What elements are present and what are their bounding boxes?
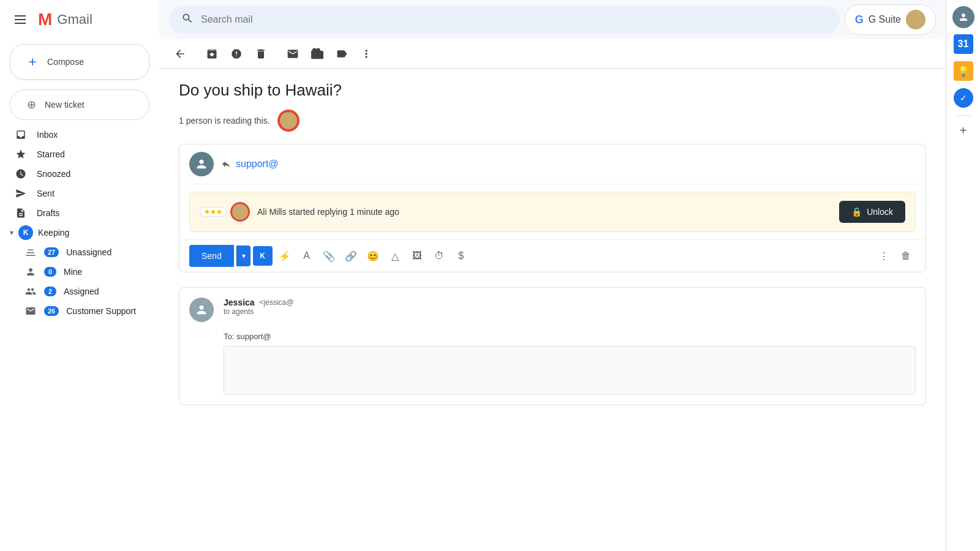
keeping-section-header[interactable]: ▾ K Keeping: [0, 223, 159, 242]
gmail-logo: M Gmail: [38, 10, 92, 29]
reply-avatar: [189, 152, 214, 176]
attach-button[interactable]: 📎: [319, 246, 339, 266]
unassigned-icon: [24, 246, 37, 258]
reply-header: support@: [179, 144, 925, 184]
add-app-button[interactable]: +: [954, 121, 973, 140]
timer-button[interactable]: ⏱: [429, 246, 449, 266]
sidebar-item-mine[interactable]: 0 Mine: [0, 262, 149, 282]
right-sidebar: 31 💡 ✓ +: [946, 0, 980, 551]
reply-box: support@ Ali Mills started replying 1 mi…: [179, 144, 926, 272]
profile-avatar: [952, 6, 974, 28]
label-button[interactable]: [331, 43, 353, 65]
unassigned-label: Unassigned: [66, 247, 140, 257]
sidebar-item-sent[interactable]: Sent: [0, 184, 149, 203]
user-profile-icon[interactable]: [951, 5, 976, 29]
typing-indicator: [200, 202, 250, 222]
mine-label: Mine: [64, 267, 140, 277]
sidebar-item-inbox[interactable]: Inbox: [0, 125, 149, 144]
sidebar-item-drafts[interactable]: Drafts: [0, 203, 149, 223]
gmail-text: Gmail: [57, 12, 92, 28]
inbox-label: Inbox: [37, 130, 140, 140]
back-button[interactable]: [169, 43, 191, 65]
drafts-label: Drafts: [37, 208, 140, 218]
email-message: Jessica <jessica@ to agents To: support@: [179, 287, 926, 405]
reader-avatar-inner: [280, 112, 297, 129]
message-content-area: [224, 346, 916, 395]
sidebar-item-starred[interactable]: Starred: [0, 144, 149, 164]
message-info: Jessica <jessica@ to agents: [224, 298, 916, 316]
drive-button[interactable]: △: [385, 246, 405, 266]
sender-name: Jessica: [224, 298, 255, 307]
sidebar-item-customer-support[interactable]: 26 Customer Support: [0, 301, 149, 321]
move-button[interactable]: [306, 43, 328, 65]
reader-avatar: [277, 110, 300, 132]
delete-button[interactable]: [250, 43, 272, 65]
gsuite-label: G Suite: [869, 14, 901, 25]
email-view: Do you ship to Hawaii? 1 person is readi…: [159, 69, 946, 551]
compose-plus-icon: [25, 54, 40, 69]
calendar-badge: 31: [954, 34, 973, 54]
sidebar-top: M Gmail: [0, 5, 159, 39]
typing-notice: Ali Mills started replying 1 minute ago …: [189, 192, 916, 232]
compose-button[interactable]: Compose: [10, 44, 149, 80]
unlock-button[interactable]: 🔒 Unlock: [839, 201, 905, 223]
email-subject: Do you ship to Hawaii?: [179, 81, 926, 100]
right-sidebar-divider: [956, 115, 971, 116]
dot-1: [205, 210, 209, 214]
dollar-button[interactable]: $: [451, 246, 471, 266]
search-input[interactable]: [201, 14, 827, 25]
message-header: Jessica <jessica@ to agents: [179, 288, 925, 332]
calendar-icon[interactable]: 31: [951, 32, 976, 56]
inbox-icon: [15, 129, 27, 141]
unlock-label: Unlock: [867, 207, 893, 217]
emoji-button[interactable]: 😊: [363, 246, 383, 266]
customer-support-label: Customer Support: [66, 306, 140, 316]
new-ticket-button[interactable]: ⊕ New ticket: [10, 89, 149, 120]
hamburger-button[interactable]: [10, 10, 31, 29]
bolt-button[interactable]: ⚡: [275, 246, 295, 266]
topbar: G G Suite: [159, 0, 946, 39]
lock-icon: 🔒: [851, 207, 862, 217]
typer-avatar-inner: [232, 204, 248, 220]
more-compose-options-button[interactable]: ⋮: [874, 246, 894, 266]
reply-to-email: support@: [236, 159, 279, 170]
discard-button[interactable]: 🗑: [896, 246, 916, 266]
keep-icon[interactable]: 💡: [951, 59, 976, 83]
tasks-badge: ✓: [954, 88, 973, 108]
mark-unread-button[interactable]: [282, 43, 304, 65]
format-text-button[interactable]: A: [297, 246, 317, 266]
more-options-button[interactable]: [355, 43, 377, 65]
reply-to-area: support@: [221, 159, 916, 170]
new-ticket-label: New ticket: [45, 100, 85, 110]
keeping-compose-button[interactable]: K: [253, 246, 273, 266]
message-to: to agents: [224, 307, 916, 316]
send-dropdown-button[interactable]: ▾: [236, 246, 251, 266]
keeping-badge: 💡: [954, 61, 973, 81]
reading-bar: 1 person is reading this.: [179, 110, 926, 132]
sidebar-item-assigned[interactable]: 2 Assigned: [0, 282, 149, 301]
snoozed-icon: [15, 168, 27, 180]
archive-button[interactable]: [201, 43, 223, 65]
starred-icon: [15, 148, 27, 160]
g-suite-g-logo: G: [855, 13, 864, 26]
search-icon: [181, 12, 194, 28]
reply-toolbar: Send ▾ K ⚡ A 📎 🔗 😊 △ 🖼 ⏱ $ ⋮ 🗑: [179, 239, 925, 272]
spam-button[interactable]: [225, 43, 247, 65]
new-ticket-icon: ⊕: [25, 99, 37, 111]
sidebar-item-snoozed[interactable]: Snoozed: [0, 164, 149, 184]
gmail-m-icon: M: [38, 10, 52, 29]
sender-line: Jessica <jessica@: [224, 298, 916, 307]
photo-button[interactable]: 🖼: [407, 246, 427, 266]
send-button[interactable]: Send: [189, 245, 234, 267]
drafts-icon: [15, 207, 27, 219]
assigned-icon: [24, 285, 37, 298]
sender-email: <jessica@: [260, 298, 294, 307]
mine-badge: 0: [44, 267, 56, 277]
keeping-logo: K: [18, 225, 33, 240]
sidebar-item-unassigned[interactable]: 27 Unassigned: [0, 242, 149, 262]
gsuite-button[interactable]: G G Suite: [845, 4, 936, 35]
sidebar: M Gmail Compose ⊕ New ticket Inbox Starr…: [0, 0, 159, 551]
tasks-icon[interactable]: ✓: [951, 86, 976, 110]
link-button[interactable]: 🔗: [341, 246, 361, 266]
unassigned-badge: 27: [44, 247, 59, 257]
